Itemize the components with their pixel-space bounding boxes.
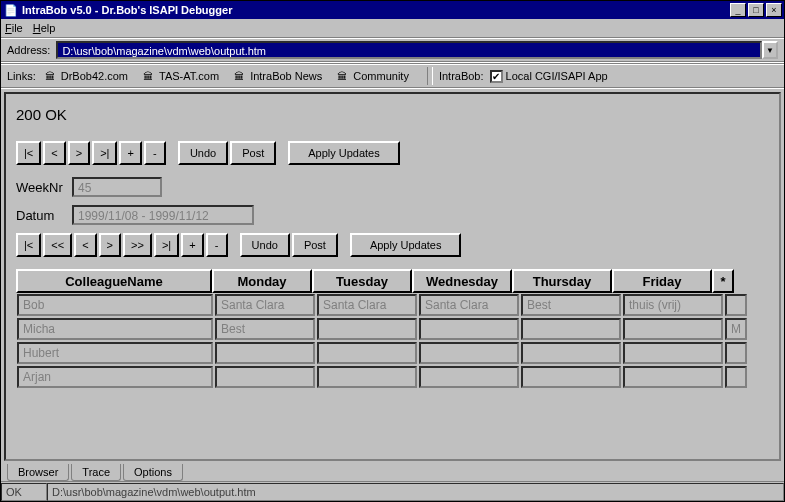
nav1-next-button[interactable]: > xyxy=(68,141,90,165)
cell-tue[interactable] xyxy=(317,366,417,388)
address-dropdown-button[interactable]: ▼ xyxy=(762,41,778,59)
nav-row-2: |< << < > >> >| + - Undo Post Apply Upda… xyxy=(16,233,769,257)
header-mon[interactable]: Monday xyxy=(212,269,312,293)
tab-options[interactable]: Options xyxy=(123,464,183,481)
header-tue[interactable]: Tuesday xyxy=(312,269,412,293)
nav2-post-button[interactable]: Post xyxy=(292,233,338,257)
nav2-pprev-button[interactable]: << xyxy=(43,233,72,257)
cell-wed[interactable] xyxy=(419,318,519,340)
building-icon: 🏛 xyxy=(334,69,350,83)
nav-row-1: |< < > >| + - Undo Post Apply Updates xyxy=(16,141,769,165)
cell-wed[interactable]: Santa Clara xyxy=(419,294,519,316)
tab-browser[interactable]: Browser xyxy=(7,464,69,481)
weeknr-input[interactable]: 45 xyxy=(72,177,162,197)
cell-name[interactable]: Arjan xyxy=(17,366,213,388)
table-row[interactable]: BobSanta ClaraSanta ClaraSanta ClaraBest… xyxy=(16,293,769,317)
datum-label: Datum xyxy=(16,208,72,223)
maximize-button[interactable]: □ xyxy=(748,3,764,17)
cell-name[interactable]: Micha xyxy=(17,318,213,340)
intrabob-label: IntraBob: xyxy=(439,70,484,82)
address-toolbar: Address: D:\usr\bob\magazine\vdm\web\out… xyxy=(1,37,784,63)
nav1-undo-button[interactable]: Undo xyxy=(178,141,228,165)
link-drbob42[interactable]: 🏛DrBob42.com xyxy=(42,69,128,83)
nav2-apply-button[interactable]: Apply Updates xyxy=(350,233,462,257)
header-fri[interactable]: Friday xyxy=(612,269,712,293)
titlebar: 📄 IntraBob v5.0 - Dr.Bob's ISAPI Debugge… xyxy=(1,1,784,19)
building-icon: 🏛 xyxy=(231,69,247,83)
cell-mon[interactable]: Best xyxy=(215,318,315,340)
http-status: 200 OK xyxy=(16,106,769,123)
links-label: Links: xyxy=(7,70,36,82)
cell-mon[interactable]: Santa Clara xyxy=(215,294,315,316)
building-icon: 🏛 xyxy=(42,69,58,83)
cell-thu[interactable] xyxy=(521,342,621,364)
menubar: File Help xyxy=(1,19,784,37)
header-thu[interactable]: Thursday xyxy=(512,269,612,293)
nav2-plus-button[interactable]: + xyxy=(181,233,203,257)
nav1-prev-button[interactable]: < xyxy=(43,141,65,165)
data-grid: ColleagueName Monday Tuesday Wednesday T… xyxy=(16,269,769,389)
nav1-plus-button[interactable]: + xyxy=(119,141,141,165)
grid-body: BobSanta ClaraSanta ClaraSanta ClaraBest… xyxy=(16,293,769,389)
cell-fri[interactable] xyxy=(623,366,723,388)
table-row[interactable]: MichaBestM xyxy=(16,317,769,341)
nav2-minus-button[interactable]: - xyxy=(206,233,228,257)
nav1-apply-button[interactable]: Apply Updates xyxy=(288,141,400,165)
cell-wed[interactable] xyxy=(419,366,519,388)
header-tail[interactable]: * xyxy=(712,269,734,293)
cell-thu[interactable] xyxy=(521,366,621,388)
datum-row: Datum 1999/11/08 - 1999/11/12 xyxy=(16,205,769,225)
toolbar-separator xyxy=(427,67,433,85)
cell-fri[interactable] xyxy=(623,342,723,364)
link-community[interactable]: 🏛Community xyxy=(334,69,409,83)
cell-wed[interactable] xyxy=(419,342,519,364)
cell-fri[interactable]: thuis (vrij) xyxy=(623,294,723,316)
table-row[interactable]: Arjan xyxy=(16,365,769,389)
browser-content: 200 OK |< < > >| + - Undo Post Apply Upd… xyxy=(4,92,781,461)
app-icon: 📄 xyxy=(3,2,19,18)
datum-input[interactable]: 1999/11/08 - 1999/11/12 xyxy=(72,205,254,225)
cell-thu[interactable]: Best xyxy=(521,294,621,316)
cell-tail[interactable] xyxy=(725,366,747,388)
status-left: OK xyxy=(1,483,47,501)
address-label: Address: xyxy=(7,44,50,56)
app-window: 📄 IntraBob v5.0 - Dr.Bob's ISAPI Debugge… xyxy=(0,0,785,502)
tab-trace[interactable]: Trace xyxy=(71,464,121,481)
close-button[interactable]: × xyxy=(766,3,782,17)
cell-mon[interactable] xyxy=(215,366,315,388)
nav2-last-button[interactable]: >| xyxy=(154,233,179,257)
nav1-first-button[interactable]: |< xyxy=(16,141,41,165)
cell-tue[interactable] xyxy=(317,318,417,340)
header-name[interactable]: ColleagueName xyxy=(16,269,212,293)
nav1-last-button[interactable]: >| xyxy=(92,141,117,165)
cell-thu[interactable] xyxy=(521,318,621,340)
nav1-minus-button[interactable]: - xyxy=(144,141,166,165)
cell-fri[interactable] xyxy=(623,318,723,340)
local-cgi-checkbox[interactable]: ✔ xyxy=(490,70,503,83)
cell-tail[interactable] xyxy=(725,342,747,364)
statusbar: OK D:\usr\bob\magazine\vdm\web\output.ht… xyxy=(1,481,784,501)
link-intrabob-news[interactable]: 🏛IntraBob News xyxy=(231,69,322,83)
table-row[interactable]: Hubert xyxy=(16,341,769,365)
cell-tail[interactable] xyxy=(725,294,747,316)
link-tasat[interactable]: 🏛TAS-AT.com xyxy=(140,69,219,83)
cell-name[interactable]: Hubert xyxy=(17,342,213,364)
nav2-undo-button[interactable]: Undo xyxy=(240,233,290,257)
address-input[interactable]: D:\usr\bob\magazine\vdm\web\output.htm xyxy=(56,41,762,59)
cell-name[interactable]: Bob xyxy=(17,294,213,316)
nav1-post-button[interactable]: Post xyxy=(230,141,276,165)
cell-tue[interactable]: Santa Clara xyxy=(317,294,417,316)
grid-header: ColleagueName Monday Tuesday Wednesday T… xyxy=(16,269,769,293)
menu-help[interactable]: Help xyxy=(33,22,56,34)
menu-file[interactable]: File xyxy=(5,22,23,34)
weeknr-label: WeekNr xyxy=(16,180,72,195)
nav2-nnext-button[interactable]: >> xyxy=(123,233,152,257)
minimize-button[interactable]: _ xyxy=(730,3,746,17)
cell-tail[interactable]: M xyxy=(725,318,747,340)
cell-mon[interactable] xyxy=(215,342,315,364)
nav2-first-button[interactable]: |< xyxy=(16,233,41,257)
cell-tue[interactable] xyxy=(317,342,417,364)
nav2-prev-button[interactable]: < xyxy=(74,233,96,257)
nav2-next-button[interactable]: > xyxy=(99,233,121,257)
header-wed[interactable]: Wednesday xyxy=(412,269,512,293)
